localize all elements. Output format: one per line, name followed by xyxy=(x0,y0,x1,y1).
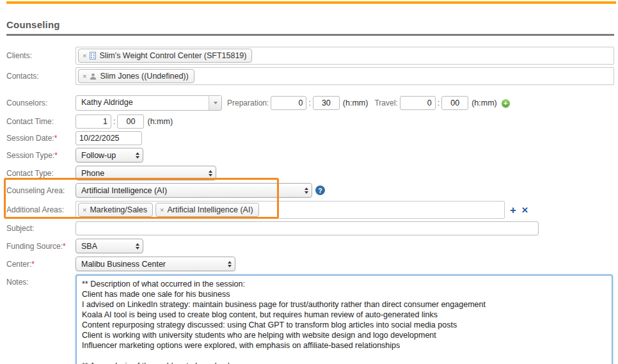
subject-row: Subject: xyxy=(6,221,614,235)
counseling-area-row: Counseling Area: Artificial Intelligence… xyxy=(6,183,614,198)
counseling-area-selected-value: Artificial Intelligence (AI) xyxy=(81,186,167,195)
chevron-down-icon[interactable] xyxy=(209,96,221,110)
session-type-row: Session Type:* Follow-up xyxy=(6,148,614,162)
required-mark: * xyxy=(54,151,58,160)
contact-type-row: Contact Type: Phone xyxy=(6,166,614,180)
counselor-combobox[interactable]: Kathy Aldridge xyxy=(75,95,222,111)
up-down-stepper-icon xyxy=(224,261,235,267)
up-down-stepper-icon xyxy=(132,152,143,159)
counselors-row: Counselors: Kathy Aldridge Preparation: … xyxy=(6,95,614,111)
funding-source-select[interactable]: SBA xyxy=(75,239,143,253)
remove-area-icon[interactable]: × xyxy=(160,207,164,214)
travel-unit-label: (h:mm) xyxy=(471,99,497,107)
person-icon xyxy=(90,73,97,80)
center-selected-value: Malibu Business Center xyxy=(81,260,166,269)
session-type-selected-value: Follow-up xyxy=(81,151,116,160)
remove-client-icon[interactable]: × xyxy=(83,52,86,59)
top-accent-bar xyxy=(6,1,616,4)
counselor-selected-value: Kathy Aldridge xyxy=(76,96,209,110)
additional-area-tag: × Marketing/Sales xyxy=(78,203,153,217)
contacts-row: Contacts: × Slim Jones ((Undefined)) xyxy=(6,67,614,85)
contact-time-hours-input[interactable] xyxy=(75,115,111,129)
counseling-area-label: Counseling Area: xyxy=(6,186,75,195)
clients-row: Clients: × Slim's Weight Control Center … xyxy=(6,47,614,65)
time-separator: : xyxy=(308,99,310,107)
blue-plus-icon[interactable]: + xyxy=(510,205,516,216)
subject-label: Subject: xyxy=(6,224,75,233)
preparation-minutes-input[interactable] xyxy=(313,96,340,110)
clients-field[interactable]: × Slim's Weight Control Center (SFT15819… xyxy=(75,47,614,65)
center-label: Center:* xyxy=(6,260,75,269)
contacts-field[interactable]: × Slim Jones ((Undefined)) xyxy=(75,67,614,85)
travel-hours-input[interactable] xyxy=(400,96,436,110)
session-date-input[interactable] xyxy=(75,131,142,145)
additional-areas-field[interactable]: × Marketing/Sales × Artificial Intellige… xyxy=(75,201,505,219)
preparation-unit-label: (h:mm) xyxy=(343,99,368,107)
session-type-select[interactable]: Follow-up xyxy=(75,148,143,162)
additional-area-tag-label: Artificial Intelligence (AI) xyxy=(168,205,253,214)
clients-label: Clients: xyxy=(6,51,75,60)
required-mark: * xyxy=(54,134,58,143)
additional-areas-row: Additional Areas: × Marketing/Sales × Ar… xyxy=(6,201,614,219)
contact-time-minutes-input[interactable] xyxy=(117,115,144,129)
contact-time-unit-label: (h:mm) xyxy=(147,117,173,126)
preparation-hours-input[interactable] xyxy=(271,96,306,110)
counseling-area-group: Counseling Area: Artificial Intelligence… xyxy=(6,183,614,219)
funding-source-row: Funding Source:* SBA xyxy=(6,239,614,253)
subject-input[interactable] xyxy=(75,221,539,235)
time-separator: : xyxy=(438,99,440,107)
additional-areas-label: Additional Areas: xyxy=(6,205,75,214)
session-date-row: Session Date:* xyxy=(6,131,614,145)
notes-label: Notes: xyxy=(6,274,75,287)
contacts-label: Contacts: xyxy=(6,72,75,81)
client-tag-label: Slim's Weight Control Center (SFT15819) xyxy=(99,51,246,60)
contact-type-select[interactable]: Phone xyxy=(75,166,216,180)
additional-area-tag-label: Marketing/Sales xyxy=(90,205,147,214)
contact-tag-label: Slim Jones ((Undefined)) xyxy=(100,72,188,81)
contact-time-row: Contact Time: : (h:mm) xyxy=(6,115,614,129)
required-mark: * xyxy=(63,242,66,251)
required-mark: * xyxy=(31,260,35,269)
preparation-label: Preparation: xyxy=(227,99,269,107)
blue-x-icon[interactable]: ✕ xyxy=(521,206,528,214)
travel-label: Travel: xyxy=(374,99,397,107)
center-row: Center:* Malibu Business Center xyxy=(6,257,614,271)
session-date-label: Session Date:* xyxy=(6,134,75,143)
counseling-session-form: Counseling Clients: × Slim's Weight Cont… xyxy=(0,0,618,364)
additional-area-tag: × Artificial Intelligence (AI) xyxy=(155,203,259,217)
client-tag: × Slim's Weight Control Center (SFT15819… xyxy=(78,49,252,63)
remove-contact-icon[interactable]: × xyxy=(83,73,86,80)
counselors-label: Counselors: xyxy=(6,99,75,107)
funding-source-label: Funding Source:* xyxy=(6,242,75,251)
notes-textarea[interactable]: ** Description of what occurred in the s… xyxy=(75,274,613,364)
contact-type-label: Contact Type: xyxy=(6,169,75,178)
notes-row: Notes: ** Description of what occurred i… xyxy=(6,274,614,364)
up-down-stepper-icon xyxy=(301,187,312,194)
building-icon xyxy=(90,52,96,59)
counseling-area-select[interactable]: Artificial Intelligence (AI) xyxy=(75,183,312,198)
contact-type-selected-value: Phone xyxy=(81,169,104,178)
contact-tag: × Slim Jones ((Undefined)) xyxy=(78,69,194,83)
page-title: Counseling xyxy=(6,19,614,36)
time-separator: : xyxy=(113,117,115,126)
funding-source-selected-value: SBA xyxy=(81,242,97,251)
contact-time-label: Contact Time: xyxy=(6,117,75,126)
center-select[interactable]: Malibu Business Center xyxy=(75,257,235,271)
remove-area-icon[interactable]: × xyxy=(83,207,86,214)
up-down-stepper-icon xyxy=(205,170,216,177)
green-plus-icon[interactable]: + xyxy=(502,99,510,107)
travel-minutes-input[interactable] xyxy=(441,96,468,110)
question-mark-icon[interactable]: ? xyxy=(315,186,325,195)
up-down-stepper-icon xyxy=(132,243,143,249)
session-type-label: Session Type:* xyxy=(6,151,75,160)
